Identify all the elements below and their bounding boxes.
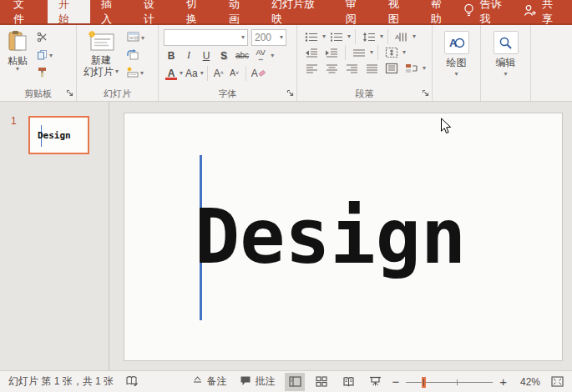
text-shadow-button[interactable]: S xyxy=(216,48,231,63)
align-center-button[interactable] xyxy=(322,61,341,76)
numbering-dropdown-icon[interactable]: ▾ xyxy=(347,34,351,39)
bold-button[interactable]: B xyxy=(164,48,179,63)
tab-view[interactable]: 视图 xyxy=(377,0,420,23)
slide-sorter-view-button[interactable] xyxy=(311,373,332,391)
tab-home[interactable]: 开始 xyxy=(48,0,90,23)
font-name-dropdown-icon[interactable]: ▾ xyxy=(241,35,245,40)
font-dialog-launcher[interactable] xyxy=(286,88,294,98)
share-button[interactable]: 共享 xyxy=(542,0,562,27)
zoom-percentage[interactable]: 42% xyxy=(514,376,540,388)
clipboard-group-label: 剪贴板 xyxy=(24,88,52,100)
paste-button[interactable]: 粘贴 ▾ xyxy=(3,28,32,87)
editing-dropdown-icon[interactable]: ▾ xyxy=(504,72,507,77)
zoom-out-button[interactable]: − xyxy=(392,374,399,389)
slide-canvas[interactable]: Design xyxy=(124,113,563,361)
align-text-dropdown-icon[interactable]: ▾ xyxy=(402,50,406,55)
numbering-button[interactable] xyxy=(327,29,346,44)
zoom-in-button[interactable]: + xyxy=(499,374,507,389)
copy-button[interactable]: ▾ xyxy=(34,48,55,63)
increase-font-size-button[interactable]: A˄ xyxy=(211,65,226,81)
bullets-dropdown-icon[interactable]: ▾ xyxy=(322,34,326,39)
clipboard-icon xyxy=(7,30,28,55)
fit-to-window-button[interactable] xyxy=(547,373,567,391)
bullets-button[interactable] xyxy=(302,29,321,44)
text-direction-button[interactable]: A xyxy=(392,29,411,44)
normal-view-button[interactable] xyxy=(285,373,305,391)
slide-title-text[interactable]: Design xyxy=(195,199,466,274)
slides-group: 新建 幻灯片 ▾ ▾ xyxy=(77,25,159,101)
strikethrough-button[interactable]: abc xyxy=(234,48,251,63)
tab-help[interactable]: 帮助 xyxy=(420,0,463,23)
line-spacing-button[interactable] xyxy=(360,29,378,44)
drawing-dropdown-icon[interactable]: ▾ xyxy=(454,72,458,77)
section-dropdown-icon[interactable]: ▾ xyxy=(140,71,144,76)
paragraph-dialog-launcher[interactable] xyxy=(422,88,429,98)
comments-button[interactable]: 批注 xyxy=(236,373,278,390)
add-remove-columns-button[interactable] xyxy=(350,45,368,60)
decrease-font-size-button[interactable]: A˅ xyxy=(227,65,242,81)
italic-button[interactable]: I xyxy=(181,48,196,63)
clear-formatting-button[interactable]: A xyxy=(250,65,267,81)
font-size-dropdown-icon[interactable]: ▾ xyxy=(280,35,283,40)
underline-button[interactable]: U xyxy=(199,48,214,63)
new-slide-button[interactable]: 新建 幻灯片 ▾ xyxy=(80,28,122,87)
format-painter-button[interactable] xyxy=(34,65,55,81)
tab-insert[interactable]: 插入 xyxy=(90,0,133,23)
slideshow-view-button[interactable] xyxy=(365,373,385,391)
drawing-button[interactable]: A 绘图 ▾ xyxy=(438,28,476,101)
align-text-button[interactable] xyxy=(382,45,401,60)
font-name-combobox[interactable]: ▾ xyxy=(164,29,248,46)
line-spacing-dropdown-icon[interactable]: ▾ xyxy=(380,34,383,39)
tab-review[interactable]: 审阅 xyxy=(335,0,377,23)
change-case-dropdown-icon[interactable]: ▾ xyxy=(200,71,204,76)
lightbulb-icon xyxy=(463,3,475,20)
format-painter-icon xyxy=(37,67,48,80)
decrease-indent-button[interactable] xyxy=(302,45,321,60)
tab-file[interactable]: 文件 xyxy=(0,0,48,23)
reset-slide-button[interactable] xyxy=(124,48,147,63)
align-right-button[interactable] xyxy=(342,61,361,76)
tell-me-button[interactable]: 告诉我 xyxy=(480,0,510,27)
zoom-slider[interactable] xyxy=(406,376,493,388)
notes-button[interactable]: 备注 xyxy=(189,373,230,390)
tab-slideshow[interactable]: 幻灯片放映 xyxy=(261,0,335,23)
justify-button[interactable] xyxy=(362,61,381,76)
convert-to-smartart-button[interactable] xyxy=(402,61,421,76)
share-person-icon xyxy=(524,4,537,19)
cut-button[interactable] xyxy=(34,30,55,46)
text-direction-dropdown-icon[interactable]: ▾ xyxy=(413,34,416,39)
slide-editing-area[interactable]: Design xyxy=(109,102,572,370)
clipboard-dialog-launcher[interactable] xyxy=(66,88,73,98)
new-slide-icon xyxy=(87,30,115,54)
distribute-columns-button[interactable] xyxy=(382,61,401,76)
drawing-group: A 绘图 ▾ xyxy=(433,25,481,101)
copy-icon xyxy=(37,49,48,63)
increase-indent-button[interactable] xyxy=(322,45,341,60)
slides-group-label: 幻灯片 xyxy=(104,88,131,100)
copy-dropdown-icon[interactable]: ▾ xyxy=(49,53,53,58)
paste-dropdown-icon[interactable]: ▾ xyxy=(16,67,19,72)
font-size-combobox[interactable]: 200 ▾ xyxy=(251,29,286,46)
tab-animations[interactable]: 动画 xyxy=(218,0,261,23)
smartart-dropdown-icon[interactable]: ▾ xyxy=(423,66,426,71)
ribbon-tab-bar: 文件 开始 插入 设计 切换 动画 幻灯片放映 审阅 视图 帮助 告诉我 共享 xyxy=(0,0,572,23)
editing-button[interactable]: 编辑 ▾ xyxy=(487,28,525,101)
tab-transitions[interactable]: 切换 xyxy=(175,0,218,23)
character-spacing-dropdown-icon[interactable]: ▾ xyxy=(271,53,274,58)
font-color-button[interactable]: A xyxy=(164,65,179,81)
align-left-button[interactable] xyxy=(302,61,321,76)
proofing-icon[interactable] xyxy=(125,375,138,389)
font-color-dropdown-icon[interactable]: ▾ xyxy=(180,71,183,76)
reading-view-button[interactable] xyxy=(338,373,358,391)
font-group-label: 字体 xyxy=(219,88,237,100)
change-case-button[interactable]: Aa xyxy=(184,65,200,81)
zoom-slider-thumb[interactable] xyxy=(422,377,426,388)
new-slide-dropdown-icon[interactable]: ▾ xyxy=(115,69,119,74)
character-spacing-button[interactable]: AV↔ xyxy=(253,48,268,63)
columns-dropdown-icon[interactable]: ▾ xyxy=(370,50,373,55)
slide-thumbnail[interactable]: Design xyxy=(28,116,89,154)
section-button[interactable]: ▾ xyxy=(124,65,147,81)
layout-dropdown-icon[interactable]: ▾ xyxy=(141,36,144,41)
slide-layout-button[interactable]: ▾ xyxy=(124,30,147,46)
tab-design[interactable]: 设计 xyxy=(133,0,175,23)
